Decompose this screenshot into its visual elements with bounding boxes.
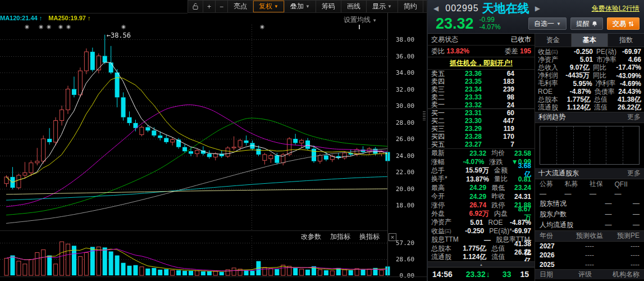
toolbar-label: 画线 [347,2,360,11]
stat-value: 24.29 [457,193,486,201]
zoom-in-button[interactable]: + [203,0,215,12]
bid-label: 买五 [431,140,450,149]
stat-value: 1.124亿 [457,252,486,262]
toolbar-label: 筹码 [322,2,335,11]
tab-指数[interactable]: 指数 [608,34,644,47]
toolbar-显示-button[interactable]: 显示▼ [366,0,398,12]
stock-code: 002995 [445,3,478,13]
holders-row-value: — [612,210,640,218]
bid-row[interactable]: 买五23.277 [428,140,535,148]
price-change: -0.99 -4.07% [479,16,501,31]
forecast-pe: ---- [610,251,640,259]
watchlist-button[interactable]: 自选一▼ [528,17,567,30]
stats-row: 最新23.32均价23.58 [428,149,535,157]
next-stock-icon[interactable]: ▶ [533,4,542,12]
holders-row-value: — [584,200,611,207]
toolbar-label: 亮点 [234,2,247,11]
profit-trend-header: 利润趋势 更多 [535,112,644,123]
close-indicator-icon[interactable]: × [389,233,396,241]
ask-price: 23.32 [450,101,482,109]
ask-price: 23.33 [450,93,482,101]
toolbar-简约-button[interactable]: 简约 [398,0,423,12]
stats-row: 今开24.29昨收24.31 [428,192,535,201]
stat-label: 内盘 [494,209,518,219]
open-account-link[interactable]: 抓住机会，即刻开户! [450,58,513,68]
bell-icon [592,21,597,27]
ma-settings-button[interactable]: 设置均线 ▼ [344,15,377,25]
trade-button[interactable]: 交易 [607,17,640,30]
holders-more-link[interactable]: 更多 [627,169,641,178]
l2-market-link[interactable]: 免费体验L2行情 [592,4,640,13]
stats-row: 外盘6.92万内盘8.67万 [428,210,535,218]
ma250-label: MA250:19.97 [48,15,86,21]
stats-grid: 最新23.32均价23.58涨幅-4.07%涨跌▼0.99总手15.59万金额3… [428,149,535,261]
bid-qty: 7 [482,140,531,148]
stat-value: 26.74 [457,201,486,209]
forecast-row: 2027-------- [535,242,644,251]
unlock-icon[interactable] [188,0,203,12]
chevron-down-icon: ▼ [274,4,278,9]
toolbar-叠加-button[interactable]: 叠加▼ [284,0,316,12]
stat-value: 5.01 [456,219,483,226]
ratings-col: 评级 [570,270,600,279]
stats-row: 净资产5.01ROE-4.87% [428,218,535,226]
finance-label: 毛利率 [538,79,563,88]
toolbar-复权-button[interactable]: 复权▼ [253,0,284,12]
profit-trend-more-link[interactable]: 更多 [627,112,641,122]
bid-qty: 170 [482,133,531,140]
toolbar-亮点-button[interactable]: 亮点 [227,0,253,12]
indicator-toolbar: 改参数 加指标 换指标 × [0,232,396,242]
holders-row-value: — [584,210,611,218]
prev-stock-icon[interactable]: ◀ [431,4,441,12]
add-indicator-button[interactable]: 加指标 [330,232,350,242]
forecast-eps: ---- [569,242,610,250]
panel-resize-grip[interactable] [423,111,426,120]
chart-toolbar: + − 亮点复权▼叠加▼筹码画线显示▼简约隐藏» [188,0,467,13]
tick-volume: 33 [503,270,511,279]
tick-row: 14:56 23.32 ↓ 33 15 [428,267,535,281]
finance-value: -43.09% [616,72,641,80]
switch-indicator-button[interactable]: 换指标 [359,232,380,242]
chevron-down-icon: ▼ [556,21,561,26]
ask-price: 23.35 [450,78,482,85]
holders-col-value: — [565,190,590,198]
stock-name: 天地在线 [482,1,529,16]
up-down-arrows-icon [628,21,634,27]
chevron-down-icon: ▼ [387,4,392,9]
holders-col-value: — [540,190,565,198]
holders-col-values: ———— [535,189,644,198]
change-param-button[interactable]: 改参数 [301,232,321,242]
forecast-row: 2026-------- [535,251,644,260]
stats-row: 总手15.59万金额3.68亿 [428,166,535,175]
stat-value: -4.87% [510,219,531,226]
down-arrow-icon: ↓ [486,270,490,279]
chevron-down-icon: ▼ [305,4,310,9]
tick-time: 14:56 [432,270,453,279]
market-status: 已收市 [511,35,531,44]
stat-value: 23.32 [457,149,486,157]
holders-row-value: — [584,221,611,229]
tab-基本[interactable]: 基本 [572,34,608,47]
tab-资金[interactable]: 资金 [535,34,572,47]
alert-button[interactable]: 提醒 [570,17,603,30]
ma-legend: MA120:21.44 ↑ MA250:19.97 ↑ [0,15,91,21]
info-column: 资金基本指数 收益㈢-0.250PE(动)-69.97净资产5.01市净率4.6… [535,34,644,281]
forecast-col: 年份 [540,231,569,241]
stat-value: 0.81 [518,175,531,183]
quote-panel: ◀ 002995 天地在线 ▶ 免费体验L2行情 23.32 -0.99 -4.… [428,0,644,281]
zoom-out-button[interactable]: − [215,0,227,12]
ask-qty: 98 [482,93,531,101]
toolbar-筹码-button[interactable]: 筹码 [316,0,341,12]
ask-qty: 239 [482,85,531,93]
forecast-pe: ---- [610,242,640,250]
finance-value: -69.97 [621,48,641,56]
collapse-handle[interactable]: ▴ [428,261,535,267]
holders-row-label: 股东情况 [540,199,584,209]
toolbar-画线-button[interactable]: 画线 [341,0,366,12]
stat-value: 24.29 [457,184,486,192]
bid-qty: 447 [482,117,531,125]
stat-value: — [459,236,491,244]
chevron-down-icon: ▼ [372,18,377,23]
holders-col-value: — [615,190,640,198]
up-arrow-icon: ↑ [88,15,91,21]
